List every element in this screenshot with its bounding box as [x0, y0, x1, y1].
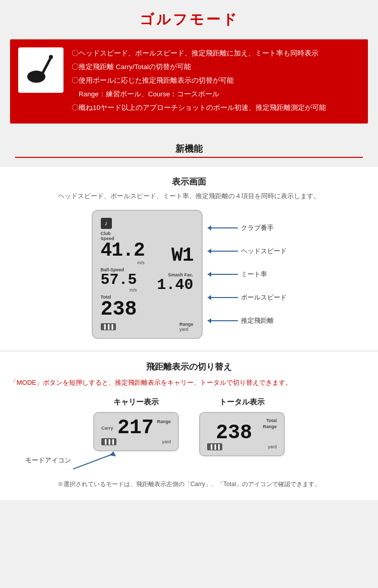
carry-lcd-footer: ▐▐▐ yard	[101, 438, 171, 445]
new-functions-section: 新機能 表示画面 ヘッドスピード、ボールスピード、ミート率、推定飛距離の４項目を…	[0, 134, 378, 500]
carry-display-title: キャリー表示	[113, 397, 159, 407]
arrow-headspeed	[208, 251, 238, 252]
arrow-distance	[208, 320, 238, 321]
total-label-small: Total	[266, 418, 277, 423]
annotations: クラブ番手 ヘッドスピード ミート率 ボールスピード 推定飛距離	[208, 223, 287, 325]
arrow-club	[208, 227, 238, 228]
annotation-distance: 推定飛距離	[208, 316, 287, 325]
lcd-screen: ♪ Club Speed 41.2 m/s W1	[92, 210, 203, 339]
golf-icon-box	[18, 47, 64, 93]
total-lcd: Total 238 Range ▐▐▐ yard	[199, 412, 285, 456]
info-box: 〇ヘッドスピード、ボールスピード、推定飛距離に加え、ミート率も同時表示 〇推定飛…	[10, 39, 368, 124]
carry-range-label: Range	[157, 419, 171, 424]
smash-value: 1.40	[157, 277, 193, 292]
info-box-text: 〇ヘッドスピード、ボールスピード、推定飛距離に加え、ミート率も同時表示 〇推定飛…	[72, 47, 326, 115]
carry-display-group: キャリー表示 Carry 217 Range ▐▐▐ yard	[93, 397, 179, 451]
w1-value: W1	[171, 246, 194, 265]
carry-lcd: Carry 217 Range ▐▐▐ yard	[93, 412, 179, 451]
total-display-title: トータル表示	[219, 397, 265, 407]
lcd-footer: ▐▐▐ Range yard	[101, 322, 194, 332]
carry-yard: yard	[162, 439, 171, 444]
golf-note-svg	[23, 52, 58, 88]
distance-section: 飛距離表示の切り替え 「MODE」ボタンを短押しすると、推定飛距離表示をキャリー…	[0, 352, 378, 500]
bottom-section	[0, 500, 378, 515]
distance-desc: 「MODE」ボタンを短押しすると、推定飛距離表示をキャリー、トータルで切り替えで…	[10, 378, 368, 388]
yard-label: yard	[179, 327, 194, 332]
total-display-group: トータル表示 Total 238 Range ▐▐▐ yard	[199, 397, 285, 456]
battery-icon: ▐▐▐	[101, 323, 116, 330]
svg-line-1	[42, 57, 51, 74]
svg-point-2	[49, 55, 53, 59]
carry-label: Carry	[101, 426, 114, 431]
total-lcd-body: 238 Range	[207, 423, 277, 443]
lcd-diagram: ♪ Club Speed 41.2 m/s W1	[10, 210, 368, 339]
total-value-small: 238	[207, 423, 261, 443]
new-functions-title: 新機能	[0, 134, 378, 157]
club-speed-label: Club	[101, 231, 145, 236]
page-title: ゴルフモード	[0, 0, 378, 34]
range-label: Range	[179, 322, 194, 327]
distance-title: 飛距離表示の切り替え	[10, 361, 368, 373]
lcd-mode-icon: ♪	[101, 218, 112, 229]
total-value: 238	[101, 300, 194, 320]
club-speed-value: 41.2	[101, 241, 145, 260]
annotation-meet: ミート率	[208, 270, 287, 279]
annotation-club: クラブ番手	[208, 223, 287, 232]
footnote: ※選択されているモードは、飛距離表示左側の「Carry」、「Total」のアイコ…	[10, 480, 368, 489]
distance-displays: キャリー表示 Carry 217 Range ▐▐▐ yard トータル表	[10, 397, 368, 456]
carry-value: 217	[116, 418, 155, 438]
total-range-label: Range	[263, 424, 277, 429]
arrow-meet	[208, 274, 238, 275]
display-screen-section: 表示画面 ヘッドスピード、ボールスピード、ミート率、推定飛距離の４項目を同時に表…	[0, 167, 378, 350]
carry-lcd-body: Carry 217 Range	[101, 418, 171, 438]
ball-speed-value: 57.5	[101, 272, 137, 287]
display-screen-desc: ヘッドスピード、ボールスピード、ミート率、推定飛距離の４項目を同時に表示します。	[10, 192, 368, 201]
carry-battery: ▐▐▐	[101, 438, 116, 445]
total-battery: ▐▐▐	[207, 443, 222, 450]
annotation-headspeed: ヘッドスピード	[208, 247, 287, 256]
mode-icon-label: モードアイコン	[25, 456, 71, 465]
total-yard: yard	[268, 444, 277, 449]
annotation-ballspeed: ボールスピード	[208, 293, 287, 302]
display-screen-title: 表示画面	[10, 176, 368, 188]
arrow-ballspeed	[208, 297, 238, 298]
total-lcd-footer: ▐▐▐ yard	[207, 443, 277, 450]
section-divider	[15, 157, 363, 158]
